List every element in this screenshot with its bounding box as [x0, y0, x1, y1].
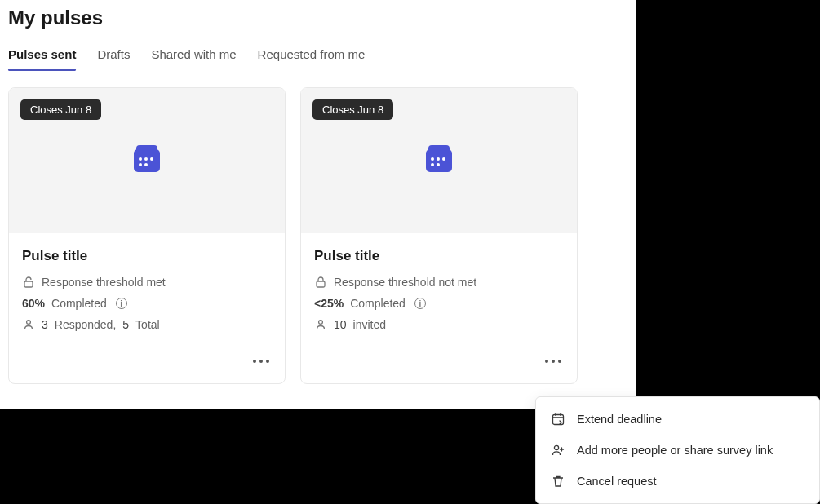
page-title: My pulses [8, 7, 628, 29]
completion-percent: 60% [22, 297, 45, 310]
svg-point-1 [27, 321, 31, 325]
tab-shared-with-me[interactable]: Shared with me [151, 44, 236, 69]
pulse-card[interactable]: Closes Jun 8 Pulse title Response thresh… [8, 87, 286, 384]
svg-rect-2 [317, 281, 325, 287]
svg-point-5 [554, 445, 558, 449]
calendar-icon [134, 149, 160, 172]
svg-rect-0 [24, 281, 33, 287]
card-body: Pulse title Response threshold met 60% C… [9, 233, 285, 347]
threshold-row: Response threshold not met [314, 276, 564, 289]
info-icon[interactable]: i [414, 298, 426, 309]
responded-count: 3 [42, 318, 48, 331]
person-icon [314, 318, 327, 331]
menu-extend-deadline[interactable]: Extend deadline [536, 404, 819, 435]
menu-cancel-request[interactable]: Cancel request [536, 466, 819, 497]
trash-icon [551, 474, 565, 489]
more-actions-button[interactable] [541, 351, 565, 372]
completion-label: Completed [51, 297, 107, 310]
more-actions-button[interactable] [249, 351, 273, 372]
person-add-icon [551, 443, 565, 458]
card-header: Closes Jun 8 [301, 88, 577, 233]
svg-point-3 [319, 321, 323, 325]
svg-rect-4 [553, 415, 564, 425]
completion-row: 60% Completed i [22, 297, 272, 310]
menu-add-people[interactable]: Add more people or share survey link [536, 435, 819, 466]
people-row: 10 invited [314, 318, 564, 331]
pulse-title: Pulse title [22, 248, 272, 264]
card-footer [301, 347, 577, 383]
total-count: 5 [122, 318, 129, 331]
threshold-row: Response threshold met [22, 276, 272, 289]
lock-icon [314, 276, 327, 289]
unlock-icon [22, 276, 35, 289]
tabs-bar: Pulses sent Drafts Shared with me Reques… [8, 44, 628, 69]
tab-pulses-sent[interactable]: Pulses sent [8, 44, 76, 69]
threshold-text: Response threshold met [42, 276, 166, 289]
card-body: Pulse title Response threshold not met <… [301, 233, 577, 347]
closes-badge: Closes Jun 8 [20, 99, 101, 120]
menu-item-label: Cancel request [577, 475, 657, 488]
closes-badge: Closes Jun 8 [312, 99, 393, 120]
menu-item-label: Add more people or share survey link [577, 444, 773, 457]
pulse-title: Pulse title [314, 248, 564, 264]
menu-item-label: Extend deadline [577, 413, 662, 426]
invited-label: invited [353, 318, 386, 331]
completion-percent: <25% [314, 297, 344, 310]
people-row: 3 Responded, 5 Total [22, 318, 272, 331]
card-header: Closes Jun 8 [9, 88, 285, 233]
responded-label: Responded, [55, 318, 117, 331]
invited-count: 10 [334, 318, 347, 331]
total-label: Total [135, 318, 160, 331]
page-container: My pulses Pulses sent Drafts Shared with… [0, 0, 636, 391]
card-footer [9, 347, 285, 383]
completion-row: <25% Completed i [314, 297, 564, 310]
context-menu: Extend deadline Add more people or share… [535, 396, 820, 504]
tab-requested-from-me[interactable]: Requested from me [258, 44, 366, 69]
person-icon [22, 318, 35, 331]
calendar-icon [426, 149, 452, 172]
completion-label: Completed [350, 297, 406, 310]
calendar-arrow-icon [551, 412, 565, 427]
tab-drafts[interactable]: Drafts [97, 44, 130, 69]
threshold-text: Response threshold not met [334, 276, 476, 289]
cards-grid: Closes Jun 8 Pulse title Response thresh… [8, 87, 628, 384]
info-icon[interactable]: i [116, 298, 127, 309]
pulse-card[interactable]: Closes Jun 8 Pulse title Response thresh… [300, 87, 578, 384]
